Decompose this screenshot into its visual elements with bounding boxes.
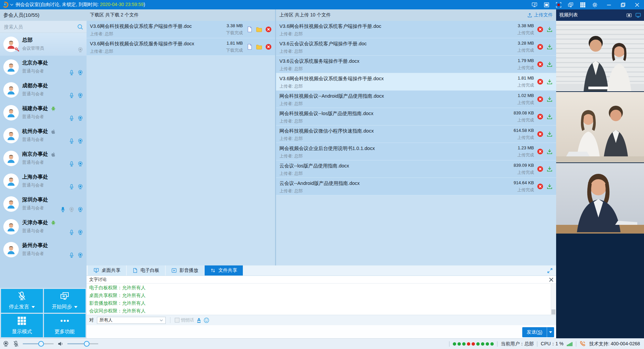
webcam-icon[interactable] bbox=[77, 115, 83, 121]
mic-icon[interactable] bbox=[69, 161, 74, 167]
download-icon[interactable] bbox=[546, 148, 553, 155]
mic-off-icon[interactable] bbox=[13, 341, 19, 347]
delete-icon[interactable] bbox=[537, 113, 543, 120]
download-icon[interactable] bbox=[546, 131, 553, 137]
message-input[interactable] bbox=[87, 326, 526, 338]
mic-icon[interactable] bbox=[69, 230, 74, 235]
participant-row[interactable]: 成都办事处 普通与会者 bbox=[0, 79, 87, 101]
search-input[interactable] bbox=[3, 24, 77, 30]
delete-icon[interactable] bbox=[537, 79, 543, 85]
tab-影音播放[interactable]: 影音播放 bbox=[166, 265, 205, 276]
mic-icon[interactable] bbox=[69, 70, 74, 76]
delete-icon[interactable] bbox=[537, 96, 543, 102]
participant-row[interactable]: 南京办事处 普通与会者 bbox=[0, 147, 87, 170]
slider-knob[interactable] bbox=[38, 341, 44, 347]
webcam-icon[interactable] bbox=[626, 12, 632, 18]
participant-row[interactable]: 深圳办事处 普通与会者 bbox=[0, 193, 87, 215]
file-row[interactable]: V3.6网会科技视频会议系统服务端操作手册.docx 上传者: 总部 1.81 … bbox=[276, 73, 556, 91]
more-functions-button[interactable]: 更多功能 bbox=[44, 314, 86, 338]
participant-row[interactable]: 总部 会议管理员 bbox=[0, 33, 87, 56]
file-row[interactable]: 网会视频会议企业后台使用说明书1.0.1.docx 上传者: 总部 1.23 M… bbox=[276, 143, 556, 160]
recipient-select[interactable]: 所有人 bbox=[97, 317, 166, 324]
delete-icon[interactable] bbox=[537, 131, 543, 137]
file-row[interactable]: 网会科技视频会议微信小程序快速指南.docx 上传者: 总部 614.58 KB… bbox=[276, 126, 556, 143]
search-icon[interactable] bbox=[77, 24, 83, 30]
download-icon[interactable] bbox=[546, 113, 553, 120]
settings-icon[interactable] bbox=[592, 2, 598, 8]
slider-knob[interactable] bbox=[84, 341, 90, 347]
participant-row[interactable]: 天津办事处 普通与会者 bbox=[0, 215, 87, 238]
download-icon[interactable] bbox=[546, 166, 553, 172]
webcam-icon[interactable] bbox=[77, 161, 83, 167]
delete-icon[interactable] bbox=[537, 26, 543, 33]
download-icon[interactable] bbox=[546, 79, 553, 85]
participant-row[interactable]: 杭州办事处 普通与会者 bbox=[0, 124, 87, 147]
whisper-checkbox[interactable] bbox=[175, 318, 179, 322]
webcam-icon[interactable] bbox=[77, 230, 83, 235]
chevron-down-icon[interactable] bbox=[10, 3, 13, 6]
expand-icon[interactable] bbox=[547, 268, 553, 273]
whisper-option[interactable]: 悄悄话 bbox=[175, 317, 194, 323]
font-icon[interactable]: A bbox=[197, 317, 201, 323]
video-thumbnail[interactable] bbox=[556, 163, 644, 234]
file-row[interactable]: 云会议--los版产品使用指南.docx 上传者: 总部 839.09 KB 上… bbox=[276, 160, 556, 178]
minimize-icon[interactable] bbox=[606, 2, 612, 8]
remote-desktop-icon[interactable] bbox=[532, 2, 537, 8]
participant-row[interactable]: 扬州办事处 普通与会者 bbox=[0, 238, 87, 261]
file-row[interactable]: V3.6网会科技视频会议系统服务端操作手册.docx 上传者: 总部 1.81 … bbox=[87, 38, 275, 56]
participant-row[interactable]: 福建办事处 普通与会者 bbox=[0, 101, 87, 124]
webcam-icon[interactable] bbox=[77, 207, 83, 212]
mic-icon[interactable] bbox=[69, 115, 74, 121]
folder-icon[interactable] bbox=[256, 44, 262, 50]
delete-icon[interactable] bbox=[537, 44, 543, 50]
video-thumbnail[interactable] bbox=[556, 92, 644, 162]
delete-icon[interactable] bbox=[537, 61, 543, 67]
doc-icon[interactable] bbox=[247, 26, 253, 33]
webcam-icon[interactable] bbox=[77, 252, 83, 258]
webcam-icon[interactable] bbox=[77, 47, 83, 53]
window-mode-icon[interactable] bbox=[544, 2, 549, 8]
mic-icon[interactable] bbox=[69, 184, 74, 190]
mic-icon[interactable] bbox=[69, 93, 74, 98]
video-thumbnail[interactable] bbox=[556, 21, 644, 91]
close-icon[interactable] bbox=[549, 278, 553, 282]
webcam-icon[interactable] bbox=[77, 93, 83, 98]
send-options-arrow[interactable] bbox=[547, 327, 554, 337]
upload-file-button[interactable]: 上传文件 bbox=[527, 12, 553, 18]
download-icon[interactable] bbox=[546, 96, 553, 102]
mic-volume-slider[interactable] bbox=[23, 343, 54, 344]
chat-scrollbar[interactable] bbox=[551, 284, 556, 315]
display-mode-button[interactable]: 显示模式 bbox=[1, 314, 43, 338]
maximize-icon[interactable] bbox=[620, 2, 626, 8]
doc-icon[interactable] bbox=[247, 44, 253, 50]
mic-icon[interactable] bbox=[69, 252, 74, 258]
folder-icon[interactable] bbox=[256, 26, 262, 33]
speaker-volume-slider[interactable] bbox=[67, 343, 98, 344]
speaker-icon[interactable] bbox=[57, 341, 64, 347]
download-icon[interactable] bbox=[546, 61, 553, 67]
sync-screens-icon[interactable] bbox=[568, 2, 574, 8]
download-icon[interactable] bbox=[546, 26, 553, 33]
layout-grid-icon[interactable] bbox=[580, 2, 586, 8]
file-row[interactable]: V3.6云会议系统服务端操作手册.docx 上传者: 总部 1.79 MB 上传… bbox=[276, 56, 556, 73]
close-icon[interactable] bbox=[634, 2, 640, 8]
send-button[interactable]: 发送(S) bbox=[522, 327, 554, 337]
start-sync-button[interactable]: 开始同步 bbox=[44, 289, 86, 313]
webcam-icon[interactable] bbox=[77, 70, 83, 76]
mic-on-icon[interactable] bbox=[60, 207, 66, 212]
tab-电子白板[interactable]: 电子白板 bbox=[127, 265, 166, 276]
mic-icon[interactable] bbox=[69, 138, 74, 144]
download-icon[interactable] bbox=[546, 44, 553, 50]
delete-icon[interactable] bbox=[537, 148, 543, 155]
webcam-icon[interactable] bbox=[77, 184, 83, 190]
file-row[interactable]: V3.6云会议会议系统客户端操作手册.doc 上传者: 总部 3.28 MB 上… bbox=[276, 38, 556, 56]
webcam-icon[interactable] bbox=[3, 341, 9, 347]
monitor-icon[interactable] bbox=[635, 12, 641, 18]
emoji-icon[interactable] bbox=[204, 317, 209, 323]
file-row[interactable]: V3.6网会科技视频会议系统客户端操作手册.doc 上传者: 总部 3.38 M… bbox=[276, 21, 556, 38]
record-icon[interactable] bbox=[556, 2, 561, 8]
webcam-icon[interactable] bbox=[77, 138, 83, 144]
participant-row[interactable]: 北京办事处 普通与会者 bbox=[0, 56, 87, 79]
webcam-icon[interactable] bbox=[69, 207, 74, 212]
delete-icon[interactable] bbox=[537, 166, 543, 172]
